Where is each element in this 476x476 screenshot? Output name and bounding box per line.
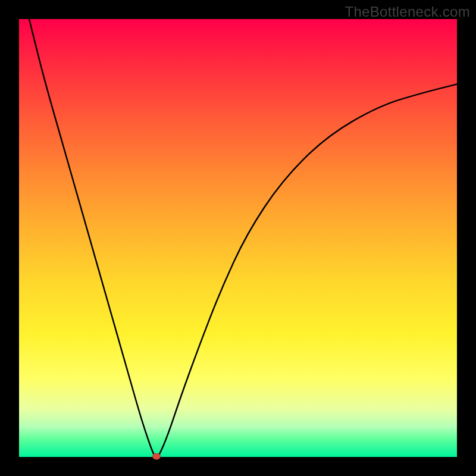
watermark-text: TheBottleneck.com — [345, 4, 470, 20]
chart-stage: TheBottleneck.com — [0, 0, 476, 476]
minimum-marker — [152, 453, 161, 460]
plot-area — [18, 18, 458, 458]
